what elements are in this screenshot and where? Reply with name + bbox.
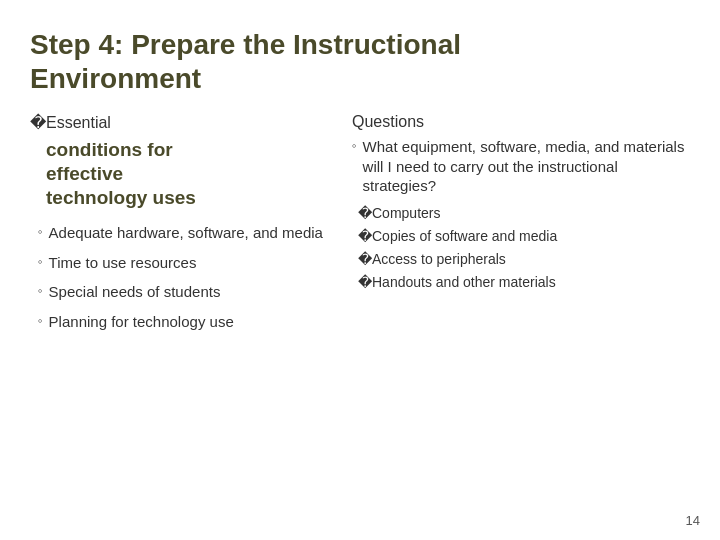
list-item: �Copies of software and media bbox=[358, 227, 690, 245]
list-item: ◦ Special needs of students bbox=[38, 282, 342, 302]
sub-list: �Computers �Copies of software and media… bbox=[352, 204, 690, 292]
questions-title: Questions bbox=[352, 113, 690, 131]
sub-item-text: �Computers bbox=[358, 205, 440, 221]
left-column: �Essential conditions foreffectivetechno… bbox=[30, 113, 342, 341]
sub-item-text: �Copies of software and media bbox=[358, 228, 557, 244]
essential-subtext: conditions foreffectivetechnology uses bbox=[46, 138, 342, 209]
list-item: ◦ Time to use resources bbox=[38, 253, 342, 273]
list-item: �Access to peripherals bbox=[358, 250, 690, 268]
bullet-dot: ◦ bbox=[38, 224, 43, 241]
bullet-text: Planning for technology use bbox=[49, 312, 234, 332]
title-line2: Environment bbox=[30, 63, 201, 94]
bullet-text: Special needs of students bbox=[49, 282, 221, 302]
title-line1: Step 4: Prepare the Instructional bbox=[30, 29, 461, 60]
right-column: Questions ◦ What equipment, software, me… bbox=[352, 113, 690, 341]
bullet-dot: ◦ bbox=[352, 138, 357, 155]
sub-item-text: �Handouts and other materials bbox=[358, 274, 556, 290]
content-area: �Essential conditions foreffectivetechno… bbox=[30, 113, 690, 341]
question-text: What equipment, software, media, and mat… bbox=[363, 137, 690, 196]
list-item: �Computers bbox=[358, 204, 690, 222]
bullet-text: Adequate hardware, software, and media bbox=[49, 223, 323, 243]
list-item: ◦ Planning for technology use bbox=[38, 312, 342, 332]
essential-heading: �Essential bbox=[30, 113, 342, 132]
page-number: 14 bbox=[686, 513, 700, 528]
list-item: �Handouts and other materials bbox=[358, 273, 690, 291]
essential-prefix: �Essential bbox=[30, 114, 111, 131]
bullet-dot: ◦ bbox=[38, 283, 43, 300]
list-item: ◦ Adequate hardware, software, and media bbox=[38, 223, 342, 243]
page-number-value: 14 bbox=[686, 513, 700, 528]
slide: Step 4: Prepare the Instructional Enviro… bbox=[0, 0, 720, 540]
question-item: ◦ What equipment, software, media, and m… bbox=[352, 137, 690, 196]
left-bullet-list: ◦ Adequate hardware, software, and media… bbox=[30, 223, 342, 331]
questions-label: Questions bbox=[352, 113, 424, 130]
bullet-dot: ◦ bbox=[38, 313, 43, 330]
sub-item-text: �Access to peripherals bbox=[358, 251, 506, 267]
bullet-dot: ◦ bbox=[38, 254, 43, 271]
slide-title: Step 4: Prepare the Instructional Enviro… bbox=[30, 28, 690, 95]
bullet-text: Time to use resources bbox=[49, 253, 197, 273]
